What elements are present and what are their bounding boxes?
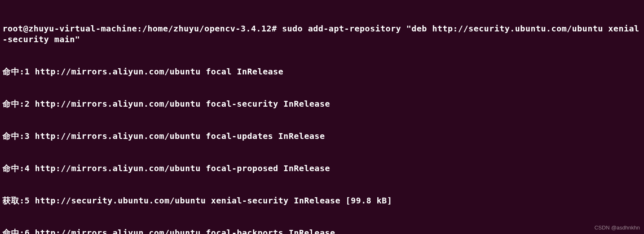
- output-line: 命中:2 http://mirrors.aliyun.com/ubuntu fo…: [2, 98, 642, 109]
- output-line: 命中:4 http://mirrors.aliyun.com/ubuntu fo…: [2, 163, 642, 174]
- output-line: 命中:6 http://mirrors.aliyun.com/ubuntu fo…: [2, 227, 642, 234]
- output-line: 命中:1 http://mirrors.aliyun.com/ubuntu fo…: [2, 66, 642, 77]
- watermark-text: CSDN @asdhnkhn: [594, 224, 640, 232]
- terminal-output: root@zhuyu-virtual-machine:/home/zhuyu/o…: [2, 2, 642, 234]
- output-line: 获取:5 http://security.ubuntu.com/ubuntu x…: [2, 195, 642, 206]
- prompt-line: root@zhuyu-virtual-machine:/home/zhuyu/o…: [2, 23, 642, 45]
- output-line: 命中:3 http://mirrors.aliyun.com/ubuntu fo…: [2, 131, 642, 141]
